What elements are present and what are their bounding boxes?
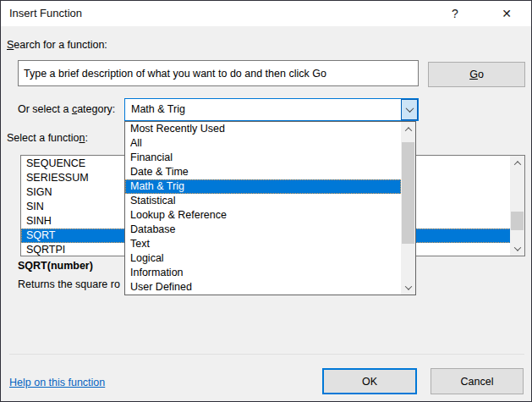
category-option[interactable]: Logical	[125, 251, 401, 266]
title-bar: Insert Function ? ✕	[1, 1, 531, 26]
category-option[interactable]: User Defined	[125, 280, 401, 295]
search-input[interactable]	[18, 60, 419, 86]
insert-function-dialog: Insert Function ? ✕ Search for a functio…	[0, 0, 532, 402]
category-option[interactable]: Math & Trig	[125, 179, 401, 194]
help-icon[interactable]: ?	[438, 1, 472, 26]
scroll-down-icon[interactable]	[510, 241, 524, 256]
search-label: Search for a function:	[7, 39, 107, 51]
category-dropdown-button[interactable]	[401, 99, 418, 120]
category-option[interactable]: Statistical	[125, 194, 401, 208]
scrollbar-thumb[interactable]	[511, 212, 524, 230]
go-button[interactable]: Go	[428, 62, 525, 87]
dropdown-scrollbar	[401, 122, 415, 295]
category-option[interactable]: Financial	[125, 151, 401, 165]
category-option[interactable]: Most Recently Used	[125, 122, 401, 136]
function-label: Select a function:	[7, 132, 88, 144]
help-link[interactable]: Help on this function	[9, 377, 105, 388]
category-option[interactable]: Lookup & Reference	[125, 208, 401, 223]
category-option[interactable]: Date & Time	[125, 165, 401, 179]
function-description: Returns the square ro	[18, 278, 120, 290]
category-label: Or select a category:	[18, 103, 115, 115]
scroll-down-icon[interactable]	[401, 280, 415, 295]
scroll-up-icon[interactable]	[510, 156, 524, 170]
close-icon[interactable]: ✕	[490, 1, 524, 26]
scrollbar-thumb[interactable]	[402, 142, 414, 244]
function-list-scrollbar	[510, 156, 524, 256]
category-options: Most Recently UsedAllFinancialDate & Tim…	[125, 122, 401, 295]
ok-button[interactable]: OK	[322, 368, 417, 394]
category-option[interactable]: Database	[125, 223, 401, 237]
dialog-title: Insert Function	[9, 1, 82, 26]
category-option[interactable]: Text	[125, 237, 401, 251]
scroll-up-icon[interactable]	[401, 122, 415, 136]
category-option[interactable]: Information	[125, 266, 401, 280]
category-option[interactable]: All	[125, 136, 401, 151]
category-selected-value: Math & Trig	[131, 99, 185, 120]
cancel-button[interactable]: Cancel	[431, 368, 524, 394]
category-combobox[interactable]: Math & Trig	[124, 98, 419, 121]
footer-divider	[9, 354, 524, 355]
chevron-down-icon	[405, 104, 414, 113]
function-signature: SQRT(number)	[18, 260, 93, 272]
category-dropdown-list: Most Recently UsedAllFinancialDate & Tim…	[124, 121, 416, 295]
